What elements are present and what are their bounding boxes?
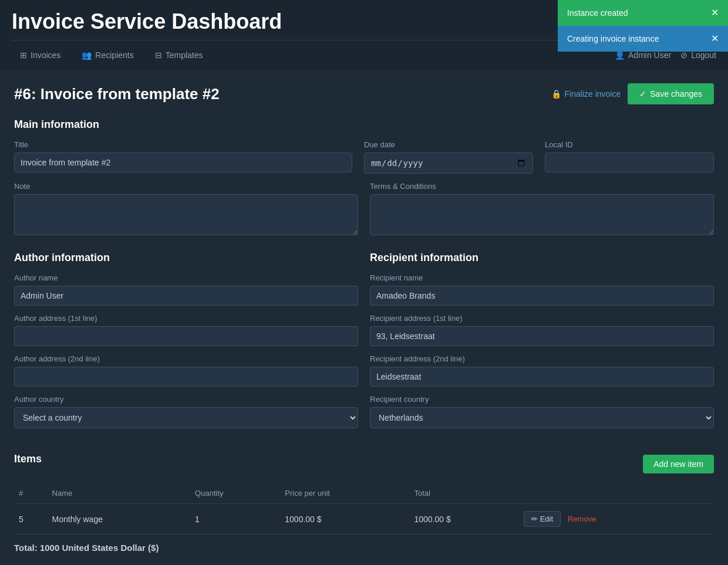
recipients-icon: 👥 [82, 50, 92, 60]
col-price: Price per unit [280, 483, 409, 504]
nav-templates[interactable]: ⊟ Templates [147, 46, 211, 65]
items-table-body: 5 Monthly wage 1 1000.00 $ 1000.00 $ ✏ E… [14, 504, 714, 534]
title-label: Title [14, 140, 352, 149]
save-changes-button[interactable]: ✓ Save changes [628, 83, 714, 104]
local-id-input[interactable] [545, 153, 714, 172]
nav-invoices-label: Invoices [31, 50, 60, 60]
author-address2-label: Author address (2nd line) [14, 354, 358, 363]
author-address1-input[interactable] [14, 326, 358, 346]
item-name: Monthly wage [48, 504, 191, 534]
recipient-name-label: Recipient name [370, 273, 714, 282]
note-group: Note [14, 182, 358, 235]
terms-group: Terms & Conditions [370, 182, 714, 235]
items-section: Items Add new item # Name Quantity Price… [14, 453, 714, 553]
remove-item-button[interactable]: Remove [568, 515, 596, 523]
col-actions [519, 483, 714, 504]
nav-invoices[interactable]: ⊞ Invoices [12, 46, 69, 65]
recipient-info-title: Recipient information [370, 252, 714, 264]
due-date-input[interactable] [364, 153, 533, 174]
recipient-address1-group: Recipient address (1st line) [370, 314, 714, 346]
local-id-label: Local ID [545, 140, 714, 149]
author-name-group: Author name [14, 273, 358, 306]
author-country-label: Author country [14, 395, 358, 404]
notifications-container: Instance created ✕ Creating invoice inst… [558, 0, 728, 52]
recipient-name-input[interactable] [370, 286, 714, 306]
edit-icon: ✏ [531, 515, 538, 523]
recipient-name-group: Recipient name [370, 273, 714, 306]
note-label: Note [14, 182, 358, 191]
author-address1-group: Author address (1st line) [14, 314, 358, 346]
notification-info: Creating invoice instance ✕ [558, 26, 728, 52]
recipient-address2-group: Recipient address (2nd line) [370, 354, 714, 387]
col-name: Name [48, 483, 191, 504]
notification-success-close[interactable]: ✕ [711, 8, 719, 18]
items-header: Items Add new item [14, 453, 714, 475]
lock-icon: 🔒 [551, 89, 561, 99]
recipient-address1-label: Recipient address (1st line) [370, 314, 714, 323]
nav-templates-label: Templates [166, 50, 203, 60]
main-information-section: Main information Title Due date Local ID… [14, 119, 714, 235]
items-table: # Name Quantity Price per unit Total 5 M… [14, 483, 714, 534]
finalize-invoice-button[interactable]: 🔒 Finalize invoice [551, 89, 621, 99]
check-icon: ✓ [639, 89, 646, 99]
main-info-title: Main information [14, 119, 714, 131]
page-header: #6: Invoice from template #2 🔒 Finalize … [14, 83, 714, 104]
local-id-group: Local ID [545, 140, 714, 174]
item-id: 5 [14, 504, 48, 534]
main-content: #6: Invoice from template #2 🔒 Finalize … [0, 69, 728, 565]
col-id: # [14, 483, 48, 504]
col-total: Total [410, 483, 519, 504]
author-country-select[interactable]: Select a countryNetherlandsUnited States… [14, 407, 358, 428]
edit-item-button[interactable]: ✏ Edit [524, 511, 561, 527]
main-info-row2: Note Terms & Conditions [14, 182, 714, 235]
item-quantity: 1 [190, 504, 280, 534]
author-name-input[interactable] [14, 286, 358, 306]
templates-icon: ⊟ [155, 50, 162, 60]
due-date-label: Due date [364, 140, 533, 149]
title-input[interactable] [14, 153, 352, 172]
nav-recipients-label: Recipients [95, 50, 133, 60]
recipient-info-col: Recipient information Recipient name Rec… [370, 252, 714, 437]
nav-left: ⊞ Invoices 👥 Recipients ⊟ Templates [12, 46, 211, 65]
col-quantity: Quantity [190, 483, 280, 504]
notification-success-text: Instance created [567, 8, 628, 18]
total-line: Total: 1000 United States Dollar ($) [14, 543, 714, 553]
page-title: #6: Invoice from template #2 [14, 85, 220, 103]
author-info-col: Author information Author name Author ad… [14, 252, 358, 437]
note-textarea[interactable] [14, 194, 358, 235]
terms-textarea[interactable] [370, 194, 714, 235]
items-title: Items [14, 453, 42, 465]
item-actions: ✏ Edit Remove [519, 504, 714, 534]
recipient-address2-input[interactable] [370, 367, 714, 387]
author-address1-label: Author address (1st line) [14, 314, 358, 323]
author-recipient-section: Author information Author name Author ad… [14, 252, 714, 437]
terms-label: Terms & Conditions [370, 182, 714, 191]
items-table-header-row: # Name Quantity Price per unit Total [14, 483, 714, 504]
recipient-address1-input[interactable] [370, 326, 714, 346]
recipient-country-label: Recipient country [370, 395, 714, 404]
page-actions: 🔒 Finalize invoice ✓ Save changes [551, 83, 714, 104]
notification-success: Instance created ✕ [558, 0, 728, 26]
table-row: 5 Monthly wage 1 1000.00 $ 1000.00 $ ✏ E… [14, 504, 714, 534]
main-info-row1: Title Due date Local ID [14, 140, 714, 174]
author-info-title: Author information [14, 252, 358, 264]
recipient-address2-label: Recipient address (2nd line) [370, 354, 714, 363]
recipient-country-group: Recipient country Select a countryNether… [370, 395, 714, 428]
item-total: 1000.00 $ [410, 504, 519, 534]
nav-recipients[interactable]: 👥 Recipients [73, 46, 141, 65]
author-country-group: Author country Select a countryNetherlan… [14, 395, 358, 428]
invoices-icon: ⊞ [20, 50, 27, 60]
author-name-label: Author name [14, 273, 358, 282]
item-price: 1000.00 $ [280, 504, 409, 534]
notification-info-text: Creating invoice instance [567, 34, 659, 43]
add-new-item-button[interactable]: Add new item [643, 455, 714, 473]
due-date-group: Due date [364, 140, 533, 174]
author-address2-group: Author address (2nd line) [14, 354, 358, 387]
title-group: Title [14, 140, 352, 174]
author-address2-input[interactable] [14, 367, 358, 387]
recipient-country-select[interactable]: Select a countryNetherlandsUnited States… [370, 407, 714, 428]
notification-info-close[interactable]: ✕ [711, 34, 719, 43]
